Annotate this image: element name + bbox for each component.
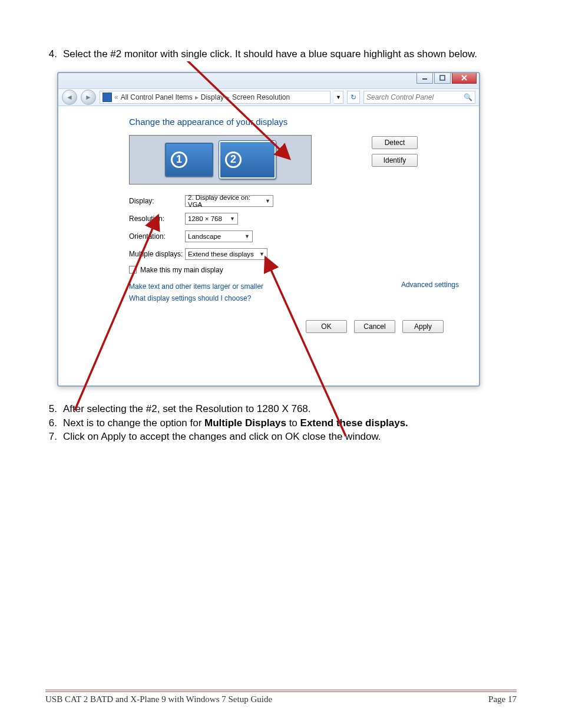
ok-button[interactable]: OK xyxy=(306,320,347,333)
search-placeholder: Search Control Panel xyxy=(366,93,434,101)
address-dropdown[interactable]: ▼ xyxy=(334,91,343,104)
resolution-value: 1280 × 768 xyxy=(188,215,222,222)
page-title: Change the appearance of your displays xyxy=(129,117,465,127)
chevron-down-icon: ▼ xyxy=(265,198,270,204)
step-number: 7. xyxy=(45,430,63,444)
step-list: 4. Select the #2 monitor with single cli… xyxy=(45,47,517,61)
cancel-button[interactable]: Cancel xyxy=(354,320,395,333)
step-number: 6. xyxy=(45,416,63,430)
breadcrumb-level-2[interactable]: Display xyxy=(201,93,224,101)
navigation-bar: ◄ ► « All Control Panel Items ▸ Display … xyxy=(58,88,479,106)
breadcrumb-sep: « xyxy=(114,93,118,101)
orientation-value: Landscape xyxy=(188,233,221,240)
breadcrumb-level-1[interactable]: All Control Panel Items xyxy=(121,93,193,101)
advanced-settings-link[interactable]: Advanced settings xyxy=(401,281,459,289)
maximize-button[interactable] xyxy=(434,73,451,84)
checkbox-icon xyxy=(129,266,137,274)
page-footer: USB CAT 2 BATD and X-Plane 9 with Window… xyxy=(45,694,517,704)
search-icon: 🔍 xyxy=(464,93,472,101)
step-6: 6. Next is to change the option for Mult… xyxy=(45,416,517,430)
monitor-1[interactable]: 1 xyxy=(165,143,213,177)
chevron-down-icon: ▼ xyxy=(336,94,341,100)
chevron-down-icon: ▼ xyxy=(230,216,235,222)
display-preview: 1 2 xyxy=(129,135,312,185)
step-number: 4. xyxy=(45,47,63,61)
minimize-button[interactable] xyxy=(416,73,433,84)
orientation-label: Orientation: xyxy=(129,232,185,241)
breadcrumb-level-3[interactable]: Screen Resolution xyxy=(232,93,290,101)
back-button[interactable]: ◄ xyxy=(62,90,77,105)
window-titlebar xyxy=(58,73,479,88)
chevron-down-icon: ▼ xyxy=(259,251,265,257)
step-list-continued: 5. After selecting the #2, set the Resol… xyxy=(45,402,517,444)
step-number: 5. xyxy=(45,402,63,416)
breadcrumb[interactable]: « All Control Panel Items ▸ Display ▸ Sc… xyxy=(100,91,330,104)
footer-rule xyxy=(45,690,517,692)
monitor-1-number: 1 xyxy=(171,151,187,168)
chevron-down-icon: ▼ xyxy=(244,233,250,239)
monitor-2-number: 2 xyxy=(225,151,242,168)
screen-resolution-window: ◄ ► « All Control Panel Items ▸ Display … xyxy=(57,72,480,387)
search-input[interactable]: Search Control Panel 🔍 xyxy=(363,91,475,104)
step-4: 4. Select the #2 monitor with single cli… xyxy=(45,47,517,61)
display-value: 2. Display device on: VGA xyxy=(188,194,265,208)
identify-button[interactable]: Identify xyxy=(372,154,418,167)
control-panel-icon xyxy=(103,93,112,102)
main-display-checkbox[interactable]: Make this my main display xyxy=(129,266,465,274)
checkbox-label: Make this my main display xyxy=(140,266,223,274)
resolution-select[interactable]: 1280 × 768 ▼ xyxy=(185,213,238,225)
arrow-right-icon: ► xyxy=(85,93,92,101)
footer-title: USB CAT 2 BATD and X-Plane 9 with Window… xyxy=(45,694,272,704)
display-select[interactable]: 2. Display device on: VGA ▼ xyxy=(185,195,273,207)
close-button[interactable] xyxy=(452,73,477,84)
step-text: Click on Apply to accept the changes and… xyxy=(63,430,517,444)
orientation-select[interactable]: Landscape ▼ xyxy=(185,230,253,242)
apply-button[interactable]: Apply xyxy=(402,320,444,333)
multiple-displays-value: Extend these displays xyxy=(188,251,254,258)
multiple-displays-select[interactable]: Extend these displays ▼ xyxy=(185,248,267,260)
step-text: After selecting the #2, set the Resoluti… xyxy=(63,402,517,416)
arrow-left-icon: ◄ xyxy=(66,93,73,101)
which-settings-link[interactable]: What display settings should I choose? xyxy=(129,294,465,302)
step-5: 5. After selecting the #2, set the Resol… xyxy=(45,402,517,416)
refresh-icon: ↻ xyxy=(351,93,356,101)
forward-button[interactable]: ► xyxy=(81,90,96,105)
multiple-displays-label: Multiple displays: xyxy=(129,250,185,258)
svg-rect-1 xyxy=(440,75,445,80)
step-text: Next is to change the option for Multipl… xyxy=(63,416,517,430)
display-label: Display: xyxy=(129,197,185,205)
step-7: 7. Click on Apply to accept the changes … xyxy=(45,430,517,444)
monitor-2[interactable]: 2 xyxy=(219,141,276,179)
detect-button[interactable]: Detect xyxy=(372,136,418,149)
step-text: Select the #2 monitor with single click.… xyxy=(63,47,517,61)
resolution-label: Resolution: xyxy=(129,215,185,223)
footer-page: Page 17 xyxy=(488,694,517,704)
refresh-button[interactable]: ↻ xyxy=(347,91,360,104)
